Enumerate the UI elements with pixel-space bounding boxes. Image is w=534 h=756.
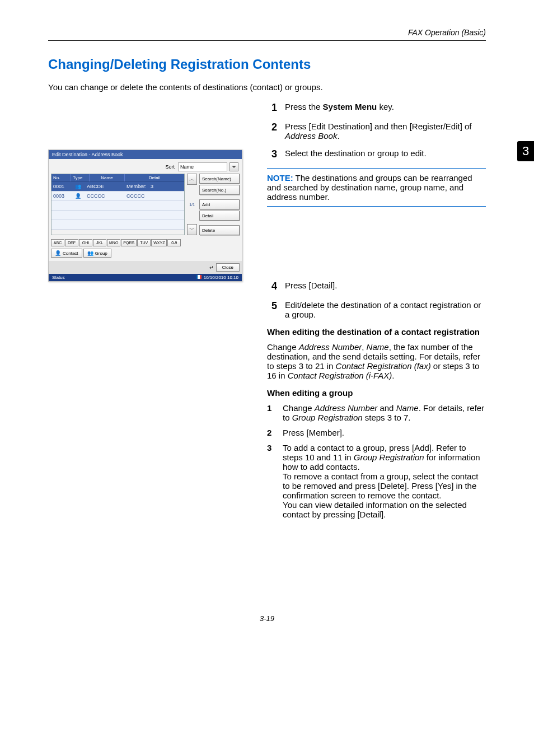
step-number: 1	[267, 102, 277, 114]
status-label[interactable]: Status	[52, 275, 65, 280]
note-text: The destinations and groups can be rearr…	[267, 173, 472, 202]
instructions-column: 1 Press the System Menu key. 2 Press [Ed…	[267, 102, 486, 525]
col-type[interactable]: Type	[71, 174, 90, 181]
table-header: No. Type Name Detail	[51, 174, 184, 182]
table-row-empty	[51, 201, 184, 211]
text-italic: Name	[367, 342, 389, 352]
text-italic: Group Registration	[292, 413, 363, 422]
step-number: 2	[267, 122, 277, 141]
alpha-abc[interactable]: ABC	[51, 239, 64, 246]
cell-detail: CCCCC	[125, 193, 184, 199]
side-buttons: Search(Name) Search(No.) Add Detail Dele…	[199, 174, 240, 235]
tab-label: Contact	[63, 251, 78, 256]
text: Change	[267, 342, 299, 352]
text-italic: Contact Registration (i-FAX)	[288, 371, 392, 380]
table-row[interactable]: 0003 👤 CCCCC CCCCC	[51, 192, 184, 201]
delete-button[interactable]: Delete	[199, 225, 240, 235]
step-number: 4	[267, 281, 277, 292]
page-footer: 3-19	[48, 614, 486, 623]
text: and	[377, 403, 396, 413]
col-name: Name	[90, 174, 125, 181]
alpha-filter-row: ABC DEF GHI JKL MNO PQRS TUV WXYZ 0-9	[49, 237, 242, 246]
substep-number: 2	[267, 428, 275, 437]
cell-no: 0001	[51, 184, 71, 189]
search-no-button[interactable]: Search(No.)	[199, 185, 240, 195]
text-italic: Address Number	[315, 403, 378, 413]
text-italic: Contact Registration (fax)	[336, 361, 431, 371]
tab-contact[interactable]: 👤Contact	[51, 249, 82, 258]
chapter-tab: 3	[517, 141, 534, 161]
status-bar: Status 10/10/2010 10:10	[49, 274, 242, 281]
text-italic: Address Number	[299, 342, 362, 352]
text-italic: Address Book	[285, 131, 337, 141]
member-label: Member:	[127, 184, 147, 189]
text: You can view detailed information on the…	[283, 500, 467, 519]
intro-text: You can change or delete the contents of…	[48, 82, 486, 92]
text: Press the	[285, 102, 323, 111]
text-italic: Group Registration	[354, 452, 424, 462]
tab-label: Group	[95, 251, 107, 256]
text: Press [Edit Destination] and then [Regis…	[285, 122, 472, 131]
sort-dropdown-icon[interactable]	[229, 162, 238, 171]
text: To remove a contact from a group, select…	[283, 472, 478, 500]
close-button[interactable]: Close	[216, 263, 240, 272]
sort-name-field[interactable]: Name	[178, 162, 227, 171]
text: Edit/delete the destination of a contact…	[285, 300, 486, 319]
cell-name: ABCDE	[85, 184, 125, 189]
substep-1: 1 Change Address Number and Name. For de…	[267, 403, 486, 422]
detail-button[interactable]: Detail	[199, 211, 240, 221]
text: ,	[362, 342, 366, 352]
group-icon: 👥	[87, 250, 93, 256]
col-detail: Detail	[125, 174, 184, 181]
text: Select the destination or group to edit.	[285, 148, 486, 160]
running-header: FAX Operation (Basic)	[48, 28, 486, 37]
address-book-screenshot: Edit Destination - Address Book Sort Nam…	[48, 150, 242, 282]
key-name: System Menu	[323, 102, 377, 111]
substep-2: 2 Press [Member].	[267, 428, 486, 437]
text: Change	[283, 403, 315, 413]
subheading-group: When editing a group	[267, 388, 486, 398]
screenshot-column: Edit Destination - Address Book Sort Nam…	[48, 102, 251, 525]
step-5: 5 Edit/delete the destination of a conta…	[267, 300, 486, 319]
add-button[interactable]: Add	[199, 199, 240, 209]
group-icon: 👥	[71, 184, 85, 189]
text-italic: Name	[396, 403, 419, 413]
alpha-tuv[interactable]: TUV	[137, 239, 151, 246]
cell-detail: Member: 3	[125, 184, 184, 189]
subheading-contact: When editing the destination of a contac…	[267, 327, 486, 337]
note-box: NOTE: The destinations and groups can be…	[267, 168, 486, 207]
scroll-down-button[interactable]: ﹀	[187, 224, 197, 235]
scroll-column: ︿ 1/1 ﹀	[187, 174, 197, 235]
step-number: 3	[267, 148, 277, 160]
search-name-button[interactable]: Search(Name)	[199, 174, 240, 184]
cell-no: 0003	[51, 193, 71, 199]
alpha-def[interactable]: DEF	[65, 239, 78, 246]
alpha-ghi[interactable]: GHI	[79, 239, 92, 246]
header-rule	[48, 40, 486, 41]
text: key.	[377, 102, 394, 111]
step-4: 4 Press [Detail].	[267, 281, 486, 292]
table-row[interactable]: 0001 👥 ABCDE Member: 3	[51, 182, 184, 192]
alpha-jkl[interactable]: JKL	[93, 239, 106, 246]
substep-number: 1	[267, 403, 275, 422]
text: Press [Member].	[283, 428, 486, 437]
step-3: 3 Select the destination or group to edi…	[267, 148, 486, 160]
scroll-up-button[interactable]: ︿	[187, 174, 197, 185]
alpha-wxyz[interactable]: WXYZ	[151, 239, 167, 246]
alpha-pqrs[interactable]: PQRS	[121, 239, 137, 246]
table-row-empty	[51, 220, 184, 230]
substep-number: 3	[267, 443, 275, 519]
paragraph: Change Address Number, Name, the fax num…	[267, 342, 486, 380]
alpha-09[interactable]: 0-9	[167, 239, 181, 246]
cell-name: CCCCC	[85, 193, 125, 199]
text: steps 3 to 7.	[363, 413, 411, 422]
tab-group[interactable]: 👥Group	[83, 249, 111, 258]
text: .	[337, 131, 339, 141]
window-title: Edit Destination - Address Book	[49, 150, 242, 159]
step-1: 1 Press the System Menu key.	[267, 102, 486, 114]
alpha-mno[interactable]: MNO	[107, 239, 120, 246]
col-no[interactable]: No.	[51, 174, 71, 181]
address-table: No. Type Name Detail 0001 👥 ABCDE Member…	[51, 174, 185, 235]
sort-label: Sort	[165, 164, 175, 170]
flag-icon	[196, 275, 202, 279]
